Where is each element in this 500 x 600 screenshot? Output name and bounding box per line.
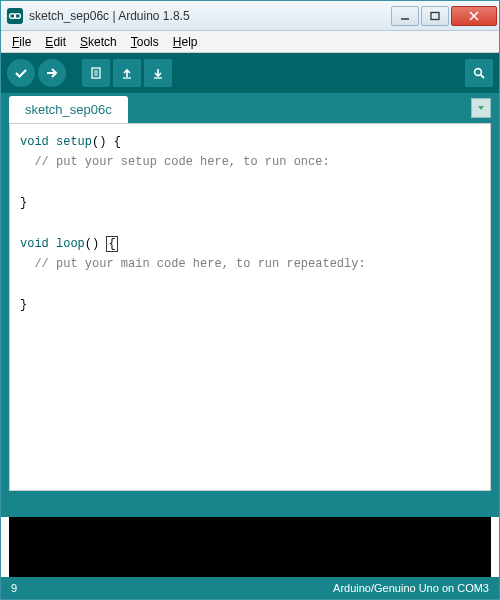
- line-number: 9: [11, 582, 17, 594]
- output-console[interactable]: [9, 517, 491, 577]
- menubar: File Edit Sketch Tools Help: [1, 31, 499, 53]
- svg-line-11: [481, 75, 484, 78]
- window-title: sketch_sep06c | Arduino 1.8.5: [29, 9, 389, 23]
- tab-menu-button[interactable]: [471, 98, 491, 118]
- app-icon: [7, 8, 23, 24]
- main-area: void setup() { // put your setup code he…: [1, 123, 499, 499]
- menu-sketch[interactable]: Sketch: [73, 33, 124, 51]
- arduino-window: sketch_sep06c | Arduino 1.8.5 File Edit …: [0, 0, 500, 600]
- open-sketch-button[interactable]: [113, 59, 141, 87]
- code-comment: // put your main code here, to run repea…: [34, 257, 365, 271]
- code-text: }: [20, 196, 27, 210]
- close-button[interactable]: [451, 6, 497, 26]
- svg-point-10: [475, 69, 482, 76]
- svg-rect-3: [431, 12, 439, 19]
- cursor-position: {: [106, 236, 117, 252]
- menu-file[interactable]: File: [5, 33, 38, 51]
- menu-help[interactable]: Help: [166, 33, 205, 51]
- code-text: }: [20, 298, 27, 312]
- message-bar: [1, 499, 499, 517]
- window-buttons: [389, 6, 497, 26]
- statusbar: 9 Arduino/Genuino Uno on COM3: [1, 577, 499, 599]
- maximize-button[interactable]: [421, 6, 449, 26]
- save-sketch-button[interactable]: [144, 59, 172, 87]
- code-text: () {: [92, 135, 121, 149]
- code-text: (): [85, 237, 107, 251]
- code-function: loop: [56, 237, 85, 251]
- menu-tools[interactable]: Tools: [124, 33, 166, 51]
- menu-edit[interactable]: Edit: [38, 33, 73, 51]
- sketch-tab[interactable]: sketch_sep06c: [9, 96, 128, 123]
- code-keyword: void: [20, 135, 49, 149]
- minimize-button[interactable]: [391, 6, 419, 26]
- new-sketch-button[interactable]: [82, 59, 110, 87]
- code-function: setup: [56, 135, 92, 149]
- board-port-info: Arduino/Genuino Uno on COM3: [333, 582, 489, 594]
- titlebar: sketch_sep06c | Arduino 1.8.5: [1, 1, 499, 31]
- serial-monitor-button[interactable]: [465, 59, 493, 87]
- code-comment: // put your setup code here, to run once…: [34, 155, 329, 169]
- tab-strip: sketch_sep06c: [1, 93, 499, 123]
- upload-button[interactable]: [38, 59, 66, 87]
- verify-button[interactable]: [7, 59, 35, 87]
- code-keyword: void: [20, 237, 49, 251]
- code-editor[interactable]: void setup() { // put your setup code he…: [9, 123, 491, 491]
- toolbar: [1, 53, 499, 93]
